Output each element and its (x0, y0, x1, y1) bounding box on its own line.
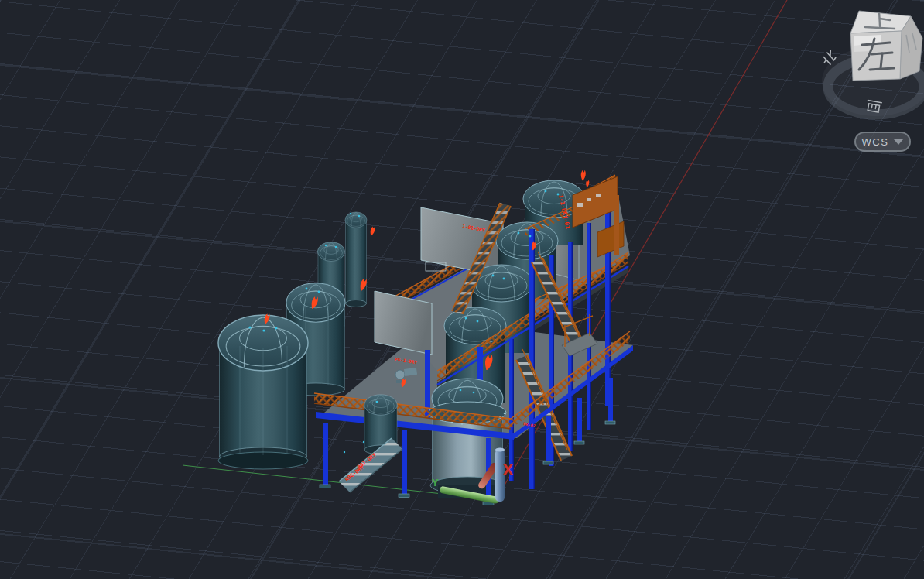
model-scene[interactable]: X Y 1-0 (0, 0, 924, 579)
ucs-dropdown-label: WCS (862, 137, 889, 147)
3d-viewport[interactable]: X Y 1-0 (0, 0, 924, 579)
ucs-y-label: Y (431, 478, 439, 488)
viewcube[interactable] (813, 0, 924, 124)
tank-large[interactable] (218, 315, 308, 469)
viewcube-hover-highlight-2 (854, 46, 871, 52)
ucs-dropdown[interactable]: WCS (854, 132, 911, 152)
ucs-x-label: X (503, 462, 513, 478)
viewcube-top-face[interactable] (850, 11, 911, 33)
tank-slim-tall[interactable] (345, 212, 367, 307)
bolted-vessel[interactable] (429, 379, 506, 498)
chevron-down-icon[interactable] (894, 139, 903, 145)
